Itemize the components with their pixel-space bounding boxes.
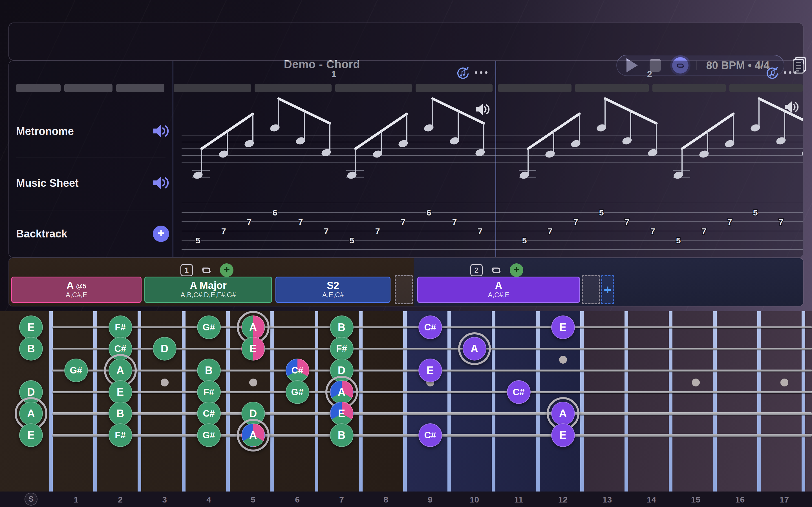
tab-number: 5 <box>196 236 200 245</box>
fretboard-note-c#[interactable]: C# <box>197 402 221 425</box>
tab-number: 7 <box>324 226 329 236</box>
fret-label-12: 12 <box>552 495 574 504</box>
fretboard-note-c#[interactable]: C# <box>418 424 442 447</box>
inlay-dot <box>692 379 700 386</box>
tab-number: 7 <box>625 217 629 226</box>
chord-block-a[interactable]: A A,C#,E <box>417 277 580 303</box>
fret-label-13: 13 <box>596 495 619 504</box>
fret-label-6: 6 <box>286 495 309 504</box>
fretboard-note-c#[interactable]: C# <box>507 380 530 404</box>
fret-label-15: 15 <box>684 495 707 504</box>
nut <box>49 311 53 492</box>
fretboard-note-e[interactable]: E <box>19 424 43 447</box>
fretboard-note-f#[interactable]: F# <box>109 424 132 447</box>
tab-number: 6 <box>273 208 277 217</box>
fretboard-note-f#[interactable]: F# <box>197 380 221 404</box>
fret-label-10: 10 <box>463 495 486 504</box>
fret-wire <box>536 311 540 492</box>
fretboard: EBDAEG#F#C#AEBF#DG#BF#C#G#AEDAC#G#BF#DAE… <box>0 311 812 492</box>
repeat-icon[interactable] <box>489 263 504 277</box>
add-chord-button[interactable]: + <box>220 263 234 277</box>
beat-bar <box>255 84 332 92</box>
highlighted-root-note[interactable]: A <box>237 419 269 452</box>
repeat-icon[interactable] <box>199 263 214 277</box>
section-number-badge[interactable]: 2 <box>470 264 483 276</box>
fretboard-note-a[interactable]: A <box>241 424 265 447</box>
beat-bar <box>652 84 726 92</box>
fret-label-16: 16 <box>729 495 751 504</box>
tab-number: 5 <box>676 236 681 245</box>
fret-wire <box>448 311 451 492</box>
tab-number: 7 <box>651 226 655 236</box>
fretboard-note-a[interactable]: A <box>330 380 354 404</box>
fretboard-note-f#[interactable]: F# <box>109 316 132 339</box>
fretboard-note-b[interactable]: B <box>197 358 221 382</box>
fretboard-note-c#[interactable]: C# <box>286 358 309 382</box>
tab-number: 7 <box>375 226 380 236</box>
fret-label-7: 7 <box>331 495 353 504</box>
tab-number: 7 <box>298 217 303 226</box>
backtrack-add-button[interactable]: + <box>153 226 169 242</box>
sidebar-placeholder-bar <box>16 84 61 92</box>
tab-number: 7 <box>401 217 406 226</box>
tab-number: 7 <box>247 217 252 226</box>
sidebar-item-music-sheet: Music Sheet <box>16 177 79 189</box>
fretboard-note-b[interactable]: B <box>109 402 132 425</box>
fret-wire <box>182 311 186 492</box>
fretboard-note-e[interactable]: E <box>241 337 265 360</box>
tab-number: 5 <box>350 236 354 245</box>
add-chord-slot-button[interactable]: + <box>601 275 614 304</box>
fretboard-note-b[interactable]: B <box>330 316 354 339</box>
highlighted-root-note[interactable]: A <box>458 332 491 365</box>
empty-chord-slot[interactable] <box>395 275 413 304</box>
beat-bar <box>174 84 251 92</box>
fretboard-note-b[interactable]: B <box>19 337 43 360</box>
fret-wire <box>713 311 717 492</box>
chord-block-a-major[interactable]: A Major A,B,C#,D,E,F#,G# <box>144 277 272 303</box>
fretboard-note-b[interactable]: B <box>330 424 354 447</box>
add-chord-button[interactable]: + <box>510 263 523 277</box>
fretboard-note-e[interactable]: E <box>551 424 575 447</box>
fretboard-note-e[interactable]: E <box>551 316 575 339</box>
fretboard-note-g#[interactable]: G# <box>286 380 309 404</box>
empty-chord-slot[interactable] <box>582 275 600 304</box>
fretboard-note-a[interactable]: A <box>19 402 43 425</box>
inlay-dot <box>780 379 788 386</box>
fretboard-note-a[interactable]: A <box>551 402 575 425</box>
tab-number: 7 <box>548 226 553 236</box>
fret-wire <box>226 311 230 492</box>
fret-wire <box>315 311 318 492</box>
fretboard-note-c#[interactable]: C# <box>418 316 442 339</box>
fret-label-open[interactable]: S <box>24 493 38 506</box>
fret-label-bar: S1234567891011121314151617 <box>0 492 812 507</box>
tab-number: 6 <box>426 208 432 217</box>
music-sheet-speaker-icon[interactable] <box>152 175 170 191</box>
fretboard-note-a[interactable]: A <box>463 337 486 360</box>
fretboard-note-e[interactable]: E <box>19 316 43 339</box>
section-2-header: 2 + <box>470 263 523 277</box>
chord-block-s2[interactable]: S2 A,E,C# <box>275 277 391 303</box>
metronome-speaker-icon[interactable] <box>152 124 170 139</box>
fret-label-9: 9 <box>419 495 442 504</box>
fretboard-note-a[interactable]: A <box>241 316 265 339</box>
fretboard-note-e[interactable]: E <box>109 380 132 404</box>
beat-bar <box>335 84 412 92</box>
fretboard-note-g#[interactable]: G# <box>197 316 221 339</box>
fret-wire <box>270 311 274 492</box>
tab-number: 7 <box>727 217 732 226</box>
fretboard-note-g#[interactable]: G# <box>64 358 88 382</box>
fretboard-note-e[interactable]: E <box>418 358 442 382</box>
section-number-badge[interactable]: 1 <box>181 264 193 276</box>
sidebar-item-backtrack: Backtrack <box>16 228 67 240</box>
top-bar: Demo - Chord 80 BPM • 4/4 <box>8 22 804 61</box>
fretboard-note-a[interactable]: A <box>109 358 132 382</box>
tab-number: 5 <box>753 208 758 217</box>
fretboard-note-f#[interactable]: F# <box>330 337 354 360</box>
chord-block-a-at-5[interactable]: A@5 A,C#,E <box>11 277 142 303</box>
guitar-string-4 <box>52 391 812 393</box>
beat-bar <box>416 84 493 92</box>
fretboard-note-d[interactable]: D <box>153 337 176 360</box>
fretboard-note-e[interactable]: E <box>330 402 354 425</box>
fretboard-note-g#[interactable]: G# <box>197 424 221 447</box>
fret-label-5: 5 <box>242 495 264 504</box>
